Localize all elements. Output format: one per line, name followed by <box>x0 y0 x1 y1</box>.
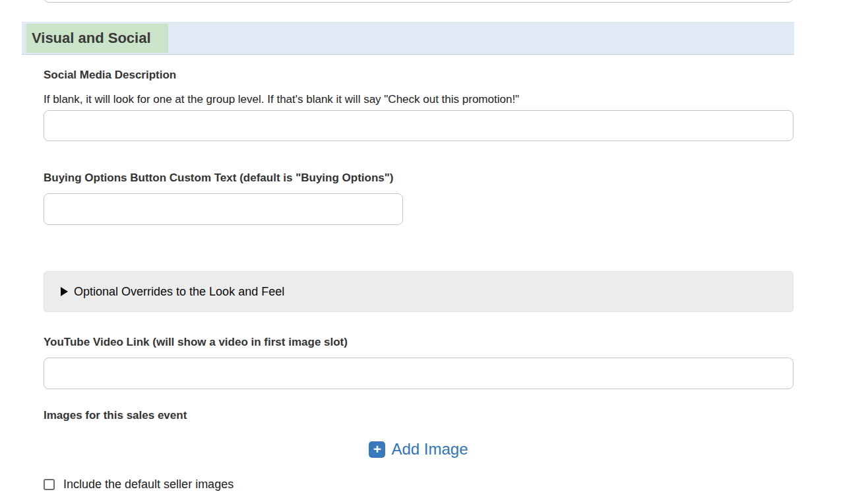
social-media-description-help: If blank, it will look for one at the gr… <box>44 92 519 106</box>
previous-section-partial-input[interactable] <box>44 0 794 3</box>
add-image-row: + Add Image <box>44 440 794 458</box>
add-image-button-label: Add Image <box>391 440 468 458</box>
buying-options-custom-text-label: Buying Options Button Custom Text (defau… <box>44 171 394 185</box>
social-media-description-input[interactable] <box>44 110 794 141</box>
buying-options-custom-text-input[interactable] <box>44 193 403 225</box>
images-for-sales-event-label: Images for this sales event <box>44 408 187 422</box>
triangle-right-icon <box>61 287 68 296</box>
sales-event-form: Visual and Social Social Media Descripti… <box>0 0 843 504</box>
include-default-seller-images-label[interactable]: Include the default seller images <box>63 478 234 491</box>
section-header-visual-and-social: Visual and Social <box>22 22 794 55</box>
optional-overrides-accordion[interactable]: Optional Overrides to the Look and Feel <box>44 271 794 312</box>
youtube-video-link-label: YouTube Video Link (will show a video in… <box>44 335 348 349</box>
include-default-seller-images-checkbox[interactable] <box>44 479 55 490</box>
section-title: Visual and Social <box>26 24 168 53</box>
youtube-video-link-input[interactable] <box>44 358 794 389</box>
plus-icon: + <box>369 441 385 458</box>
add-image-button[interactable]: + Add Image <box>369 440 468 458</box>
optional-overrides-accordion-label: Optional Overrides to the Look and Feel <box>74 285 284 299</box>
include-default-seller-images-row: Include the default seller images <box>44 478 234 491</box>
social-media-description-label: Social Media Description <box>44 68 176 82</box>
